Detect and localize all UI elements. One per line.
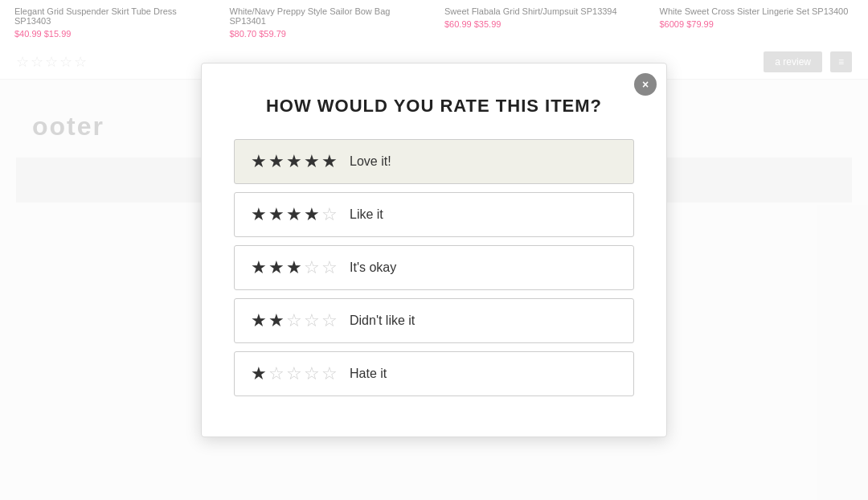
star-filled-like-it-0: ★ [251,204,268,225]
rating-label-didnt-like-it: Didn't like it [350,314,415,328]
rating-option-its-okay[interactable]: ★★★☆☆It's okay [234,245,634,290]
star-empty-didnt-like-it-2: ☆ [321,310,338,331]
star-empty-its-okay-0: ☆ [304,257,321,278]
star-filled-like-it-1: ★ [268,204,285,225]
rating-option-love-it[interactable]: ★★★★★Love it! [234,139,634,184]
stars-love-it: ★★★★★ [251,151,338,172]
stars-hate-it: ★☆☆☆☆ [251,363,338,384]
rating-label-hate-it: Hate it [350,367,387,381]
star-filled-love-it-0: ★ [251,151,268,172]
rating-option-like-it[interactable]: ★★★★☆Like it [234,192,634,237]
star-empty-like-it-0: ☆ [321,204,338,225]
star-empty-hate-it-0: ☆ [268,363,285,384]
star-filled-its-okay-1: ★ [268,257,285,278]
star-filled-love-it-3: ★ [304,151,321,172]
star-empty-hate-it-2: ☆ [304,363,321,384]
star-filled-its-okay-0: ★ [251,257,268,278]
rating-modal: × HOW WOULD YOU RATE THIS ITEM? ★★★★★Lov… [201,63,667,437]
star-filled-its-okay-2: ★ [286,257,303,278]
stars-like-it: ★★★★☆ [251,204,338,225]
star-filled-love-it-1: ★ [268,151,285,172]
stars-didnt-like-it: ★★☆☆☆ [251,310,338,331]
modal-close-button[interactable]: × [634,73,657,96]
rating-label-like-it: Like it [350,207,383,222]
star-filled-didnt-like-it-1: ★ [268,310,285,331]
rating-option-hate-it[interactable]: ★☆☆☆☆Hate it [234,351,634,396]
star-filled-like-it-3: ★ [304,204,321,225]
star-empty-hate-it-3: ☆ [321,363,338,384]
rating-option-didnt-like-it[interactable]: ★★☆☆☆Didn't like it [234,298,634,343]
stars-its-okay: ★★★☆☆ [251,257,338,278]
modal-overlay: × HOW WOULD YOU RATE THIS ITEM? ★★★★★Lov… [0,0,868,500]
star-empty-didnt-like-it-0: ☆ [286,310,303,331]
star-filled-like-it-2: ★ [286,204,303,225]
rating-options-list: ★★★★★Love it!★★★★☆Like it★★★☆☆It's okay★… [234,139,634,396]
star-empty-hate-it-1: ☆ [286,363,303,384]
modal-title: HOW WOULD YOU RATE THIS ITEM? [234,96,634,117]
star-filled-didnt-like-it-0: ★ [251,310,268,331]
rating-label-love-it: Love it! [350,154,391,169]
star-filled-hate-it-0: ★ [251,363,268,384]
star-empty-its-okay-1: ☆ [321,257,338,278]
star-empty-didnt-like-it-1: ☆ [304,310,321,331]
star-filled-love-it-4: ★ [321,151,338,172]
star-filled-love-it-2: ★ [286,151,303,172]
rating-label-its-okay: It's okay [350,260,396,275]
